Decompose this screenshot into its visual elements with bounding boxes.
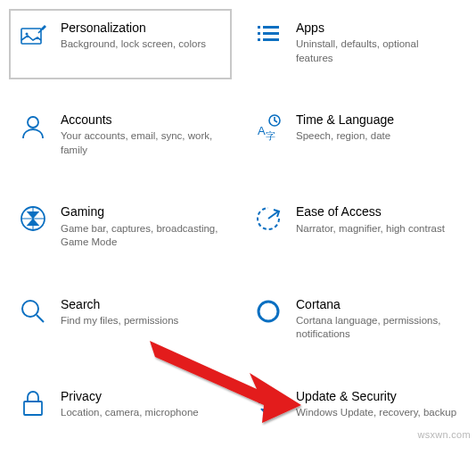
apps-icon <box>253 20 283 50</box>
svg-rect-0 <box>21 29 41 44</box>
tile-title: Apps <box>296 20 458 36</box>
tile-desc: Cortana language, permissions, notificat… <box>296 314 458 342</box>
cortana-icon <box>253 296 283 327</box>
svg-rect-7 <box>263 38 279 41</box>
svg-rect-3 <box>263 26 279 29</box>
tile-title: Accounts <box>61 112 223 128</box>
svg-rect-5 <box>263 32 279 35</box>
search-icon <box>18 296 48 327</box>
accounts-icon <box>18 112 48 142</box>
svg-text:A: A <box>258 124 266 137</box>
personalization-icon <box>18 20 48 50</box>
settings-grid: Personalization Background, lock screen,… <box>9 9 467 435</box>
tile-desc: Windows Update, recovery, backup <box>296 406 458 420</box>
tile-privacy[interactable]: Privacy Location, camera, microphone <box>9 377 232 435</box>
watermark: wsxwn.com <box>417 429 471 440</box>
update-security-icon <box>253 388 283 418</box>
svg-text:字: 字 <box>266 130 275 141</box>
tile-personalization[interactable]: Personalization Background, lock screen,… <box>9 9 232 79</box>
privacy-icon <box>18 388 48 418</box>
tile-ease-of-access[interactable]: Ease of Access Narrator, magnifier, high… <box>244 193 467 263</box>
tile-desc: Narrator, magnifier, high contrast <box>296 222 458 236</box>
tile-desc: Your accounts, email, sync, work, family <box>61 129 223 157</box>
tile-desc: Background, lock screen, colors <box>61 37 223 52</box>
tile-gaming[interactable]: Gaming Game bar, captures, broadcasting,… <box>9 193 232 263</box>
tile-desc: Game bar, captures, broadcasting, Game M… <box>61 222 223 250</box>
tile-desc: Location, camera, microphone <box>61 406 223 420</box>
svg-point-8 <box>28 117 38 128</box>
tile-desc: Speech, region, date <box>296 129 458 144</box>
tile-title: Time & Language <box>296 112 458 128</box>
svg-rect-4 <box>258 32 260 35</box>
svg-rect-2 <box>258 26 260 29</box>
svg-rect-15 <box>24 402 42 415</box>
tile-title: Cortana <box>296 296 458 312</box>
tile-update-security[interactable]: Update & Security Windows Update, recove… <box>244 377 467 435</box>
tile-accounts[interactable]: Accounts Your accounts, email, sync, wor… <box>9 101 232 171</box>
tile-search[interactable]: Search Find my files, permissions <box>9 286 232 356</box>
tile-apps[interactable]: Apps Uninstall, defaults, optional featu… <box>244 9 467 79</box>
tile-cortana[interactable]: Cortana Cortana language, permissions, n… <box>244 286 467 356</box>
svg-rect-6 <box>258 38 260 41</box>
tile-title: Personalization <box>61 20 223 36</box>
time-language-icon: A 字 <box>253 112 283 142</box>
tile-title: Update & Security <box>296 388 458 404</box>
tile-title: Gaming <box>61 203 223 219</box>
tile-title: Ease of Access <box>296 203 458 219</box>
tile-time-language[interactable]: A 字 Time & Language Speech, region, date <box>244 101 467 171</box>
tile-title: Search <box>61 296 223 312</box>
svg-point-14 <box>259 302 278 321</box>
tile-desc: Find my files, permissions <box>61 314 223 328</box>
ease-of-access-icon <box>253 203 283 234</box>
tile-title: Privacy <box>61 388 223 404</box>
tile-desc: Uninstall, defaults, optional features <box>296 37 458 65</box>
gaming-icon <box>18 203 48 234</box>
svg-point-13 <box>22 301 38 317</box>
